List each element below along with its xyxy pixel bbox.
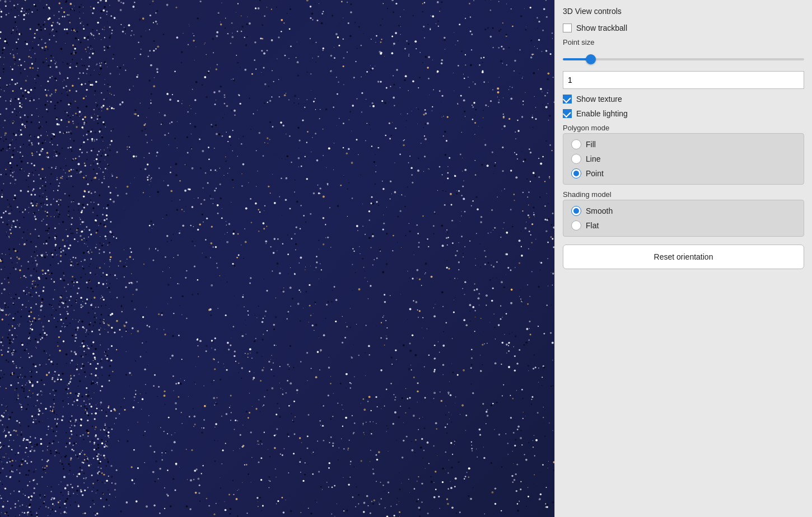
polygon-point-radio[interactable] — [571, 168, 581, 178]
show-texture-row: Show texture — [563, 95, 804, 104]
shading-smooth-label: Smooth — [586, 206, 613, 215]
reset-orientation-button[interactable]: Reset orientation — [563, 245, 804, 269]
3d-viewport[interactable] — [0, 0, 554, 517]
polygon-line-radio[interactable] — [571, 154, 581, 164]
point-size-label: Point size — [563, 38, 804, 46]
right-panel: 3D View controls Show trackball Point si… — [554, 0, 812, 517]
polygon-mode-box: Fill Line Point — [563, 133, 804, 185]
polygon-line-label: Line — [586, 154, 600, 163]
show-trackball-label: Show trackball — [576, 24, 627, 32]
show-trackball-row: Show trackball — [563, 24, 804, 32]
point-size-slider-container — [563, 50, 804, 65]
show-texture-label: Show texture — [576, 95, 622, 104]
shading-flat-label: Flat — [586, 221, 599, 230]
polygon-fill-label: Fill — [586, 140, 596, 149]
show-texture-checkbox[interactable] — [563, 95, 572, 104]
polygon-mode-label: Polygon mode — [563, 124, 804, 132]
shading-model-box: Smooth Flat — [563, 200, 804, 237]
point-size-slider[interactable] — [563, 58, 804, 60]
shading-model-label: Shading model — [563, 190, 804, 199]
show-trackball-checkbox[interactable] — [563, 24, 572, 32]
polygon-fill-row[interactable]: Fill — [571, 139, 796, 149]
enable-lighting-row: Enable lighting — [563, 109, 804, 118]
polygon-point-row[interactable]: Point — [571, 168, 796, 178]
shading-smooth-row[interactable]: Smooth — [571, 206, 796, 216]
enable-lighting-label: Enable lighting — [576, 109, 628, 118]
shading-flat-radio[interactable] — [571, 220, 581, 231]
polygon-fill-radio[interactable] — [571, 139, 581, 149]
panel-title: 3D View controls — [563, 7, 804, 16]
shading-smooth-radio[interactable] — [571, 206, 581, 216]
point-cloud-canvas — [0, 0, 554, 517]
shading-flat-row[interactable]: Flat — [571, 220, 796, 231]
point-size-input[interactable] — [563, 71, 804, 89]
polygon-line-row[interactable]: Line — [571, 154, 796, 164]
enable-lighting-checkbox[interactable] — [563, 109, 572, 118]
polygon-point-label: Point — [586, 169, 604, 178]
